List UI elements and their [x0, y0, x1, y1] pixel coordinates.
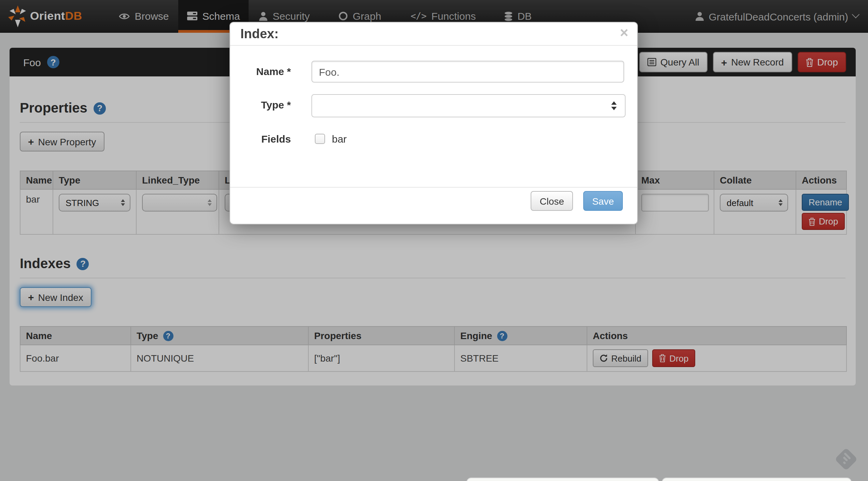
select-arrows-icon — [611, 101, 617, 110]
index-name-input[interactable] — [311, 61, 624, 83]
modal-save-button[interactable]: Save — [583, 191, 623, 211]
index-modal: Index: × Name * Type * Fields bar Close … — [229, 22, 638, 224]
close-icon[interactable]: × — [620, 25, 628, 41]
modal-body: Name * Type * Fields bar — [230, 46, 637, 189]
field-option-label: bar — [332, 133, 347, 145]
index-type-select[interactable] — [311, 94, 626, 117]
app-root: OrientDB Browse Schema — [0, 0, 868, 481]
modal-title: Index: — [240, 26, 279, 41]
bottom-tooltip — [466, 478, 659, 481]
name-field-label: Name * — [230, 61, 291, 77]
fields-row: Fields bar — [230, 133, 637, 145]
modal-close-button[interactable]: Close — [531, 191, 573, 211]
name-field-row: Name * — [230, 61, 637, 77]
modal-footer: Close Save — [230, 187, 637, 224]
fields-label: Fields — [230, 133, 291, 145]
bottom-tooltip — [662, 478, 852, 481]
type-field-row: Type * — [230, 94, 637, 111]
modal-header: Index: × — [230, 23, 637, 46]
field-bar-checkbox[interactable] — [315, 134, 325, 144]
type-field-label: Type * — [230, 94, 291, 111]
